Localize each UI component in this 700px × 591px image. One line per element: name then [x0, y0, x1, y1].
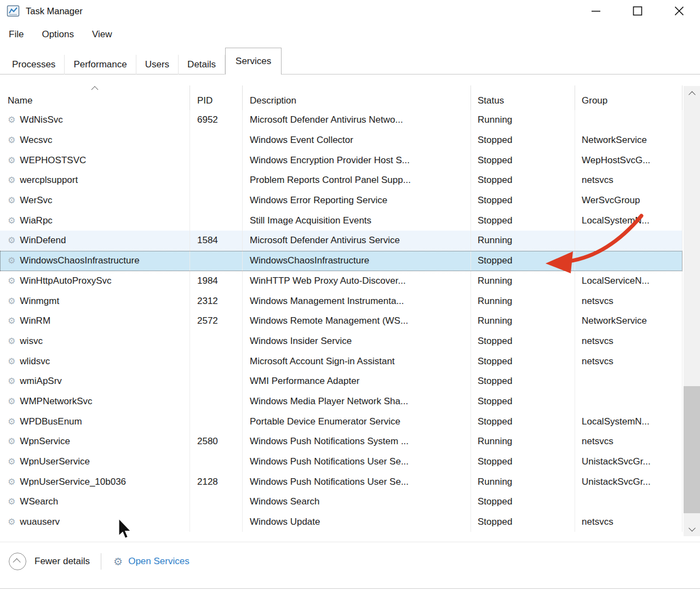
service-row-winmgmt[interactable]: ⚙Winmgmt2312Windows Management Instrumen… [0, 291, 682, 311]
service-row-wpnuserservice_10b036[interactable]: ⚙WpnUserService_10b0362128Windows Push N… [0, 472, 682, 492]
service-row-wecsvc[interactable]: ⚙WecsvcWindows Event CollectorStoppedNet… [0, 130, 682, 151]
service-name-cell: ⚙WSearch [0, 492, 190, 512]
column-label: PID [197, 95, 213, 106]
service-row-windowschaosinfrastructure[interactable]: ⚙WindowsChaosInfrastructureWindowsChaosI… [0, 251, 682, 271]
service-row-wpnservice[interactable]: ⚙WpnService2580Windows Push Notification… [0, 432, 682, 452]
service-name-cell: ⚙wercplsupport [0, 170, 190, 191]
service-row-wephostsvc[interactable]: ⚙WEPHOSTSVCWindows Encryption Provider H… [0, 150, 682, 170]
service-row-wlidsvc[interactable]: ⚙wlidsvcMicrosoft Account Sign-in Assist… [0, 351, 682, 371]
menu-item-view[interactable]: View [90, 28, 114, 41]
scrollbar-up-button[interactable] [684, 86, 700, 101]
gear-icon: ⚙ [113, 556, 123, 567]
service-description: Windows Insider Service [243, 331, 471, 352]
service-gear-icon: ⚙ [8, 397, 15, 406]
service-status: Running [471, 311, 575, 331]
service-gear-icon: ⚙ [8, 216, 15, 225]
service-row-wmiapsrv[interactable]: ⚙wmiApSrvWMI Performance AdapterStopped [0, 371, 682, 392]
service-row-wmpnetworksvc[interactable]: ⚙WMPNetworkSvcWindows Media Player Netwo… [0, 392, 682, 412]
column-header-status[interactable]: Status [471, 85, 575, 110]
service-row-wuauserv[interactable]: ⚙wuauservWindows UpdateStoppednetsvcs [0, 512, 682, 532]
service-description: Portable Device Enumerator Service [243, 411, 471, 432]
tab-services[interactable]: Services [225, 48, 282, 74]
service-name-cell: ⚙wmiApSrv [0, 371, 190, 392]
service-gear-icon: ⚙ [8, 417, 15, 426]
menu-item-options[interactable]: Options [40, 28, 76, 41]
close-button[interactable] [658, 0, 700, 22]
service-group: netsvcs [575, 512, 682, 532]
service-status: Stopped [471, 331, 575, 352]
service-name: Wecsvc [20, 135, 52, 146]
service-pid: 2572 [190, 311, 243, 331]
service-group [575, 110, 682, 130]
service-group: netsvcs [575, 331, 682, 352]
service-row-wpdbusenum[interactable]: ⚙WPDBusEnumPortable Device Enumerator Se… [0, 411, 682, 432]
service-description: WMI Performance Adapter [243, 371, 471, 392]
service-row-wiarpc[interactable]: ⚙WiaRpcStill Image Acquisition EventsSto… [0, 210, 682, 231]
service-row-wdnissvc[interactable]: ⚙WdNisSvc6952Microsoft Defender Antiviru… [0, 110, 682, 130]
service-name: WerSvc [20, 195, 52, 206]
column-label: Name [8, 95, 32, 106]
column-header-description[interactable]: Description [243, 85, 471, 110]
service-name-cell: ⚙WiaRpc [0, 210, 190, 231]
service-pid [190, 452, 243, 472]
title-bar: Task Manager [0, 0, 700, 22]
service-description: Microsoft Account Sign-in Assistant [243, 351, 471, 371]
service-status: Stopped [471, 411, 575, 432]
service-group [575, 371, 682, 392]
column-header-name[interactable]: Name [0, 85, 190, 110]
open-services-label: Open Services [128, 556, 190, 567]
service-gear-icon: ⚙ [8, 236, 15, 245]
column-header-group[interactable]: Group [575, 85, 682, 110]
service-gear-icon: ⚙ [8, 518, 15, 526]
service-group [575, 492, 682, 512]
window-bottom-edge [0, 588, 700, 589]
service-description: Microsoft Defender Antivirus Service [243, 231, 471, 251]
service-gear-icon: ⚙ [8, 317, 15, 325]
service-pid [190, 210, 243, 231]
service-group: netsvcs [575, 351, 682, 371]
service-row-wisvc[interactable]: ⚙wisvcWindows Insider ServiceStoppednets… [0, 331, 682, 352]
tab-details[interactable]: Details [179, 55, 225, 74]
window-title: Task Manager [26, 6, 83, 16]
open-services-link[interactable]: ⚙ Open Services [113, 556, 190, 567]
service-row-winrm[interactable]: ⚙WinRM2572Windows Remote Management (WS.… [0, 311, 682, 331]
scrollbar-down-button[interactable] [684, 521, 700, 536]
tab-users[interactable]: Users [136, 55, 179, 74]
service-row-wercplsupport[interactable]: ⚙wercplsupportProblem Reports Control Pa… [0, 170, 682, 191]
service-pid [190, 251, 243, 271]
service-row-winhttpautoproxysvc[interactable]: ⚙WinHttpAutoProxySvc1984WinHTTP Web Prox… [0, 271, 682, 291]
service-description: Windows Push Notifications System ... [243, 432, 471, 452]
chevron-down-icon [688, 524, 696, 531]
service-pid [190, 170, 243, 191]
service-row-wpnuserservice[interactable]: ⚙WpnUserServiceWindows Push Notification… [0, 452, 682, 472]
maximize-button[interactable] [617, 0, 658, 22]
column-header-pid[interactable]: PID [190, 85, 243, 110]
spacer [0, 74, 700, 85]
minimize-button[interactable] [575, 0, 617, 22]
scrollbar-thumb[interactable] [684, 386, 700, 513]
service-row-wsearch[interactable]: ⚙WSearchWindows SearchStopped [0, 492, 682, 512]
service-row-windefend[interactable]: ⚙WinDefend1584Microsoft Defender Antivir… [0, 231, 682, 251]
service-gear-icon: ⚙ [8, 377, 15, 386]
service-name: wmiApSrv [20, 376, 62, 387]
service-name-cell: ⚙wuauserv [0, 512, 190, 532]
service-pid: 2312 [190, 291, 243, 311]
vertical-scrollbar[interactable] [684, 86, 700, 536]
close-icon [674, 6, 684, 16]
service-description: Windows Remote Management (WS... [243, 311, 471, 331]
service-name: WpnService [20, 436, 70, 447]
table-header-row: NamePIDDescriptionStatusGroup [0, 85, 682, 110]
service-name-cell: ⚙WindowsChaosInfrastructure [0, 251, 190, 271]
service-row-wersvc[interactable]: ⚙WerSvcWindows Error Reporting ServiceSt… [0, 191, 682, 211]
service-description: Microsoft Defender Antivirus Netwo... [243, 110, 471, 130]
fewer-details-button[interactable]: Fewer details [9, 553, 90, 570]
tab-performance[interactable]: Performance [65, 55, 136, 74]
tab-bar: ProcessesPerformanceUsersDetailsServices [0, 47, 700, 74]
menu-item-file[interactable]: File [7, 28, 25, 41]
service-gear-icon: ⚙ [8, 256, 15, 265]
tab-processes[interactable]: Processes [3, 55, 65, 74]
service-gear-icon: ⚙ [8, 116, 15, 124]
service-pid [190, 351, 243, 371]
service-gear-icon: ⚙ [8, 457, 15, 466]
service-status: Stopped [471, 170, 575, 191]
